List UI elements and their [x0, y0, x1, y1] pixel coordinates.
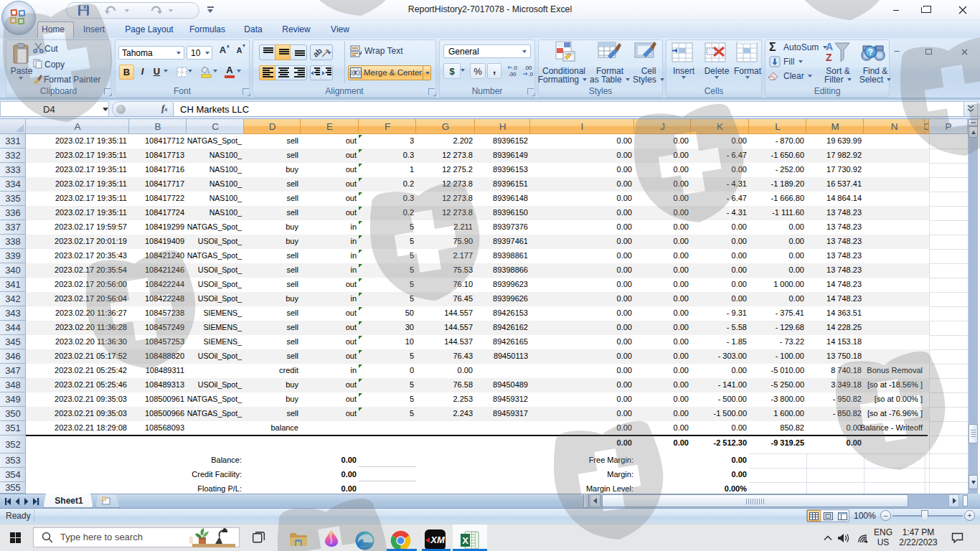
svg-text:X: X	[462, 535, 468, 546]
svg-text:a: a	[354, 69, 357, 75]
svg-text:Z: Z	[826, 52, 832, 63]
svg-text:A: A	[826, 41, 833, 52]
